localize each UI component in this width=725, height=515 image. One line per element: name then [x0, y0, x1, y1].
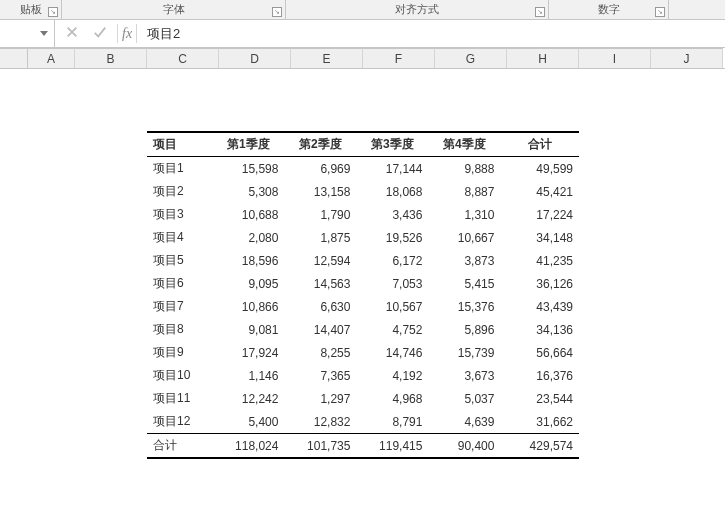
cell[interactable]: 3,436 — [356, 203, 428, 226]
check-icon[interactable] — [93, 25, 107, 42]
cell[interactable]: 101,735 — [284, 434, 356, 459]
column-header[interactable]: F — [363, 48, 435, 68]
cell[interactable]: 43,439 — [500, 295, 579, 318]
cell[interactable]: 9,095 — [212, 272, 284, 295]
cell[interactable]: 13,158 — [284, 180, 356, 203]
row-label[interactable]: 项目6 — [147, 272, 212, 295]
row-label[interactable]: 项目12 — [147, 410, 212, 434]
column-header[interactable]: J — [651, 48, 723, 68]
cell[interactable]: 119,415 — [356, 434, 428, 459]
cell[interactable]: 56,664 — [500, 341, 579, 364]
row-label[interactable]: 项目1 — [147, 157, 212, 181]
cell[interactable]: 18,068 — [356, 180, 428, 203]
column-header[interactable]: E — [291, 48, 363, 68]
cell[interactable]: 5,415 — [428, 272, 500, 295]
table-header[interactable]: 合计 — [500, 132, 579, 157]
name-box[interactable] — [0, 20, 55, 47]
cell[interactable]: 9,081 — [212, 318, 284, 341]
cell[interactable]: 17,924 — [212, 341, 284, 364]
cell[interactable]: 1,790 — [284, 203, 356, 226]
cell[interactable]: 12,594 — [284, 249, 356, 272]
cell[interactable]: 4,968 — [356, 387, 428, 410]
cell[interactable]: 429,574 — [500, 434, 579, 459]
cell[interactable]: 9,888 — [428, 157, 500, 181]
cell[interactable]: 45,421 — [500, 180, 579, 203]
cell[interactable]: 3,873 — [428, 249, 500, 272]
cell[interactable]: 14,746 — [356, 341, 428, 364]
cell[interactable]: 34,148 — [500, 226, 579, 249]
cell[interactable]: 31,662 — [500, 410, 579, 434]
dialog-launcher-icon[interactable] — [48, 7, 58, 17]
column-header[interactable]: C — [147, 48, 219, 68]
cell[interactable]: 34,136 — [500, 318, 579, 341]
cell[interactable]: 6,172 — [356, 249, 428, 272]
cell[interactable]: 118,024 — [212, 434, 284, 459]
dialog-launcher-icon[interactable] — [535, 7, 545, 17]
row-label[interactable]: 项目9 — [147, 341, 212, 364]
cell[interactable]: 14,563 — [284, 272, 356, 295]
cell[interactable]: 1,310 — [428, 203, 500, 226]
cell[interactable]: 18,596 — [212, 249, 284, 272]
cell[interactable]: 17,224 — [500, 203, 579, 226]
table-header[interactable]: 第1季度 — [212, 132, 284, 157]
cell[interactable]: 5,400 — [212, 410, 284, 434]
cell[interactable]: 10,667 — [428, 226, 500, 249]
cell[interactable]: 7,365 — [284, 364, 356, 387]
cell[interactable]: 19,526 — [356, 226, 428, 249]
column-header[interactable]: H — [507, 48, 579, 68]
row-label[interactable]: 项目5 — [147, 249, 212, 272]
table-header[interactable]: 项目 — [147, 132, 212, 157]
column-header[interactable]: B — [75, 48, 147, 68]
cell[interactable]: 6,969 — [284, 157, 356, 181]
cell[interactable]: 1,875 — [284, 226, 356, 249]
cell[interactable]: 8,887 — [428, 180, 500, 203]
column-header[interactable]: I — [579, 48, 651, 68]
cell[interactable]: 90,400 — [428, 434, 500, 459]
chevron-down-icon[interactable] — [40, 31, 48, 36]
row-label[interactable]: 项目2 — [147, 180, 212, 203]
cell[interactable]: 10,688 — [212, 203, 284, 226]
cell[interactable]: 49,599 — [500, 157, 579, 181]
table-header[interactable]: 第3季度 — [356, 132, 428, 157]
cell[interactable]: 6,630 — [284, 295, 356, 318]
table-header[interactable]: 第4季度 — [428, 132, 500, 157]
cell[interactable]: 23,544 — [500, 387, 579, 410]
formula-input[interactable]: 项目2 — [137, 20, 725, 47]
column-header[interactable]: D — [219, 48, 291, 68]
row-label[interactable]: 项目10 — [147, 364, 212, 387]
cell[interactable]: 8,791 — [356, 410, 428, 434]
cell[interactable]: 41,235 — [500, 249, 579, 272]
cell[interactable]: 36,126 — [500, 272, 579, 295]
row-label[interactable]: 项目4 — [147, 226, 212, 249]
cancel-icon[interactable] — [65, 25, 79, 42]
dialog-launcher-icon[interactable] — [272, 7, 282, 17]
row-label[interactable]: 合计 — [147, 434, 212, 459]
cell[interactable]: 8,255 — [284, 341, 356, 364]
cell[interactable]: 1,146 — [212, 364, 284, 387]
cell[interactable]: 4,752 — [356, 318, 428, 341]
cell[interactable]: 12,242 — [212, 387, 284, 410]
cell[interactable]: 10,866 — [212, 295, 284, 318]
column-header[interactable]: A — [28, 48, 75, 68]
cell[interactable]: 16,376 — [500, 364, 579, 387]
cell[interactable]: 15,739 — [428, 341, 500, 364]
cell[interactable]: 5,896 — [428, 318, 500, 341]
row-label[interactable]: 项目8 — [147, 318, 212, 341]
cell[interactable]: 15,598 — [212, 157, 284, 181]
fx-icon[interactable]: fx — [118, 20, 136, 47]
cell[interactable]: 10,567 — [356, 295, 428, 318]
cell[interactable]: 1,297 — [284, 387, 356, 410]
row-label[interactable]: 项目3 — [147, 203, 212, 226]
cell[interactable]: 12,832 — [284, 410, 356, 434]
cell[interactable]: 2,080 — [212, 226, 284, 249]
row-label[interactable]: 项目7 — [147, 295, 212, 318]
cell[interactable]: 7,053 — [356, 272, 428, 295]
cell[interactable]: 5,037 — [428, 387, 500, 410]
select-all-corner[interactable] — [0, 48, 28, 68]
cell[interactable]: 3,673 — [428, 364, 500, 387]
cell[interactable]: 5,308 — [212, 180, 284, 203]
column-header[interactable]: G — [435, 48, 507, 68]
table-header[interactable]: 第2季度 — [284, 132, 356, 157]
cell[interactable]: 15,376 — [428, 295, 500, 318]
row-label[interactable]: 项目11 — [147, 387, 212, 410]
